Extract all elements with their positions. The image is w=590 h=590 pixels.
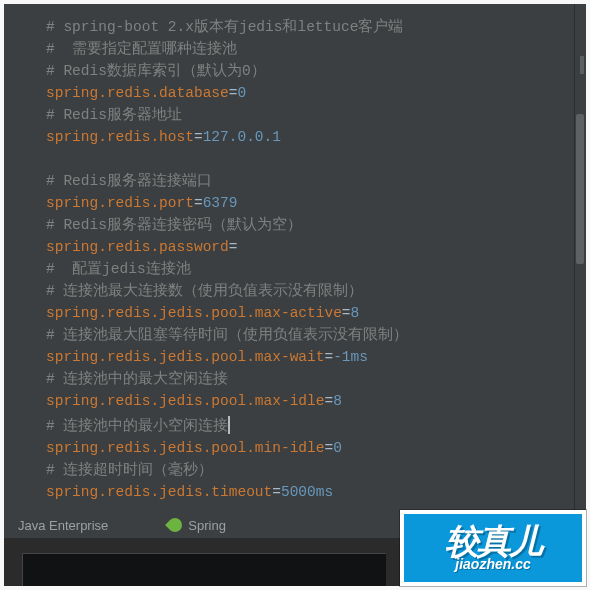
code-line[interactable]: # Redis服务器连接端口 bbox=[46, 170, 586, 192]
property-value: 127.0.0.1 bbox=[203, 129, 281, 145]
comment-text: # spring-boot 2.x版本有jedis和lettuce客户端 bbox=[46, 19, 403, 35]
watermark-badge: 较真儿 jiaozhen.cc bbox=[400, 510, 586, 586]
property-value: 0 bbox=[333, 440, 342, 456]
code-line[interactable]: # 连接池最大阻塞等待时间（使用负值表示没有限制） bbox=[46, 324, 586, 346]
equals-sign: = bbox=[194, 129, 203, 145]
code-line[interactable]: spring.redis.jedis.pool.max-active=8 bbox=[46, 302, 586, 324]
equals-sign: = bbox=[324, 393, 333, 409]
property-value: -1ms bbox=[333, 349, 368, 365]
code-line[interactable]: spring.redis.database=0 bbox=[46, 82, 586, 104]
equals-sign: = bbox=[342, 305, 351, 321]
property-key: spring.redis.password bbox=[46, 239, 229, 255]
property-key: spring.redis.host bbox=[46, 129, 194, 145]
watermark-sub: jiaozhen.cc bbox=[455, 556, 530, 572]
property-key: spring.redis.jedis.pool.min-idle bbox=[46, 440, 324, 456]
tab-java-enterprise[interactable]: Java Enterprise bbox=[8, 514, 118, 537]
tab-spring[interactable]: Spring bbox=[158, 514, 236, 537]
watermark-main: 较真儿 bbox=[445, 524, 541, 558]
equals-sign: = bbox=[272, 484, 281, 500]
code-line[interactable]: spring.redis.jedis.pool.max-idle=8 bbox=[46, 390, 586, 412]
property-value: 8 bbox=[351, 305, 360, 321]
scrollbar-marker bbox=[580, 56, 584, 74]
property-key: spring.redis.database bbox=[46, 85, 229, 101]
property-key: spring.redis.port bbox=[46, 195, 194, 211]
bottom-panel-inner bbox=[22, 553, 386, 586]
tab-spring-label: Spring bbox=[188, 518, 226, 533]
code-line[interactable] bbox=[46, 148, 586, 170]
comment-text: # 连接池中的最大空闲连接 bbox=[46, 371, 228, 387]
code-line[interactable]: # Redis服务器地址 bbox=[46, 104, 586, 126]
property-key: spring.redis.jedis.pool.max-wait bbox=[46, 349, 324, 365]
property-key: spring.redis.jedis.pool.max-active bbox=[46, 305, 342, 321]
code-editor[interactable]: # spring-boot 2.x版本有jedis和lettuce客户端# 需要… bbox=[4, 4, 586, 512]
comment-text: # 配置jedis连接池 bbox=[46, 261, 191, 277]
property-value: 8 bbox=[333, 393, 342, 409]
equals-sign: = bbox=[229, 239, 238, 255]
comment-text: # Redis服务器地址 bbox=[46, 107, 182, 123]
code-line[interactable]: # 连接超时时间（毫秒） bbox=[46, 459, 586, 481]
code-line[interactable]: # Redis服务器连接密码（默认为空） bbox=[46, 214, 586, 236]
comment-text: # 连接池最大连接数（使用负值表示没有限制） bbox=[46, 283, 363, 299]
comment-text: # 需要指定配置哪种连接池 bbox=[46, 41, 237, 57]
code-line[interactable]: # 连接池中的最大空闲连接 bbox=[46, 368, 586, 390]
comment-text: # Redis数据库索引（默认为0） bbox=[46, 63, 266, 79]
spring-icon bbox=[165, 515, 185, 535]
property-key: spring.redis.jedis.timeout bbox=[46, 484, 272, 500]
property-value: 0 bbox=[237, 85, 246, 101]
comment-text: # 连接超时时间（毫秒） bbox=[46, 462, 213, 478]
property-value: 5000ms bbox=[281, 484, 333, 500]
equals-sign: = bbox=[324, 349, 333, 365]
code-line[interactable]: spring.redis.password= bbox=[46, 236, 586, 258]
code-line[interactable]: spring.redis.jedis.pool.min-idle=0 bbox=[46, 437, 586, 459]
property-value: 6379 bbox=[203, 195, 238, 211]
comment-text: # Redis服务器连接端口 bbox=[46, 173, 212, 189]
comment-text: # 连接池中的最小空闲连接 bbox=[46, 418, 228, 434]
code-line[interactable]: spring.redis.jedis.pool.max-wait=-1ms bbox=[46, 346, 586, 368]
comment-text: # 连接池最大阻塞等待时间（使用负值表示没有限制） bbox=[46, 327, 408, 343]
scrollbar-thumb[interactable] bbox=[576, 114, 584, 264]
code-line[interactable]: # 需要指定配置哪种连接池 bbox=[46, 38, 586, 60]
equals-sign: = bbox=[324, 440, 333, 456]
code-line[interactable]: # spring-boot 2.x版本有jedis和lettuce客户端 bbox=[46, 16, 586, 38]
text-caret bbox=[228, 416, 230, 434]
equals-sign: = bbox=[194, 195, 203, 211]
comment-text: # Redis服务器连接密码（默认为空） bbox=[46, 217, 302, 233]
code-line[interactable]: # Redis数据库索引（默认为0） bbox=[46, 60, 586, 82]
code-line[interactable]: # 配置jedis连接池 bbox=[46, 258, 586, 280]
code-line[interactable]: # 连接池最大连接数（使用负值表示没有限制） bbox=[46, 280, 586, 302]
code-line[interactable]: spring.redis.port=6379 bbox=[46, 192, 586, 214]
vertical-scrollbar[interactable] bbox=[574, 4, 586, 512]
code-line[interactable]: spring.redis.jedis.timeout=5000ms bbox=[46, 481, 586, 503]
property-key: spring.redis.jedis.pool.max-idle bbox=[46, 393, 324, 409]
code-line[interactable]: spring.redis.host=127.0.0.1 bbox=[46, 126, 586, 148]
code-line[interactable]: # 连接池中的最小空闲连接 bbox=[46, 412, 586, 437]
